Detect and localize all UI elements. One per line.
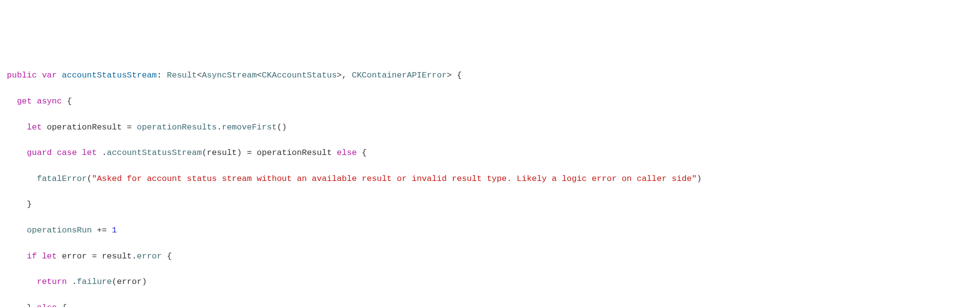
keyword-if: if <box>27 252 37 261</box>
member: operationResults <box>137 123 217 132</box>
text: += <box>92 226 112 235</box>
text: (result) = operationResult <box>202 148 337 157</box>
keyword-var: var <box>42 71 57 80</box>
text: . <box>97 148 107 157</box>
text: } <box>7 303 37 307</box>
member: operationsRun <box>27 226 92 235</box>
number-literal: 1 <box>112 226 117 235</box>
indent <box>7 97 17 106</box>
code-line[interactable]: fatalError("Asked for account status str… <box>0 173 980 185</box>
text: ) <box>697 174 702 183</box>
indent <box>7 123 27 132</box>
code-line[interactable]: public var accountStatusStream: Result<A… <box>0 69 980 82</box>
code-line[interactable]: let operationResult = operationResults.r… <box>0 121 980 134</box>
keyword-guard: guard <box>27 148 52 157</box>
function-call: failure <box>77 277 112 286</box>
string-literal: "Asked for account status stream without… <box>92 174 696 183</box>
text: operationResult = <box>42 123 137 132</box>
text: (error) <box>112 277 147 286</box>
code-line[interactable]: operationsRun += 1 <box>0 224 980 237</box>
code-line[interactable]: if let error = result.error { <box>0 250 980 263</box>
text <box>77 148 82 157</box>
keyword-public: public <box>7 71 37 80</box>
keyword-case: case <box>57 148 77 157</box>
type-name: Result <box>167 71 196 80</box>
enum-case: accountStatusStream <box>107 148 202 157</box>
text <box>52 148 57 157</box>
text: { <box>357 148 367 157</box>
indent <box>7 277 37 286</box>
indent <box>7 148 27 157</box>
type-name: CKAccountStatus <box>262 71 337 80</box>
type-name: CKContainerAPIError <box>352 71 447 80</box>
indent <box>7 226 27 235</box>
code-line[interactable]: } <box>0 198 980 211</box>
indent <box>7 174 37 183</box>
code-line[interactable]: get async { <box>0 95 980 108</box>
type-name: AsyncStream <box>202 71 257 80</box>
text <box>37 252 42 261</box>
indent <box>7 252 27 261</box>
member: error <box>137 252 162 261</box>
text: . <box>67 277 76 286</box>
code-editor[interactable]: public var accountStatusStream: Result<A… <box>0 56 980 307</box>
text: > { <box>447 71 462 80</box>
keyword-else: else <box>37 303 57 307</box>
text <box>32 97 37 106</box>
code-line[interactable]: guard case let .accountStatusStream(resu… <box>0 147 980 159</box>
keyword-async: async <box>37 97 62 106</box>
property-name: accountStatusStream <box>62 71 157 80</box>
text: : <box>157 71 167 80</box>
text: { <box>57 303 67 307</box>
text: ( <box>87 174 92 183</box>
keyword-return: return <box>37 277 67 286</box>
function-call: removeFirst <box>222 123 277 132</box>
code-line[interactable]: return .failure(error) <box>0 276 980 288</box>
keyword-let: let <box>27 123 42 132</box>
text: error = result. <box>57 252 137 261</box>
text: { <box>62 97 72 106</box>
keyword-let: let <box>42 252 57 261</box>
text: () <box>277 123 287 132</box>
keyword-else: else <box>337 148 357 157</box>
text: . <box>217 123 222 132</box>
code-line[interactable]: } else { <box>0 302 980 307</box>
text: < <box>197 71 202 80</box>
text: < <box>257 71 262 80</box>
keyword-let: let <box>82 148 97 157</box>
keyword-get: get <box>17 97 32 106</box>
function-call: fatalError <box>37 174 87 183</box>
text: } <box>7 200 32 209</box>
text: >, <box>337 71 352 80</box>
text: { <box>162 252 172 261</box>
